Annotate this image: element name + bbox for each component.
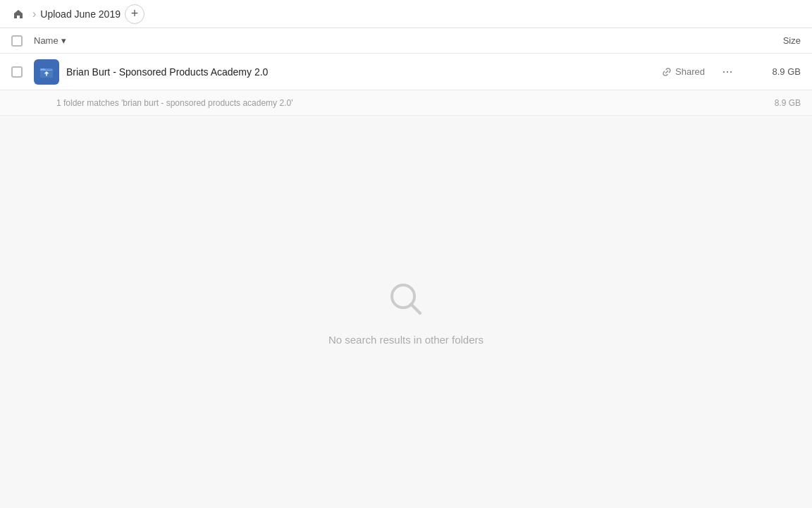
sort-icon: ▾ <box>61 35 66 46</box>
breadcrumb-label[interactable]: Upload June 2019 <box>40 8 121 20</box>
add-button[interactable]: + <box>125 4 144 24</box>
home-button[interactable] <box>8 4 28 24</box>
more-options-button[interactable]: ··· <box>716 61 739 83</box>
shared-text: Shared <box>675 66 705 77</box>
shared-label-container: Shared <box>662 66 705 77</box>
size-column-label: Size <box>783 35 801 46</box>
file-size: 8.9 GB <box>744 66 801 77</box>
select-all-checkbox-col <box>11 35 34 47</box>
file-icon <box>34 59 59 85</box>
folder-upload-icon <box>39 64 54 80</box>
row-checkbox-col <box>11 66 34 78</box>
name-column-header[interactable]: Name ▾ <box>34 35 744 46</box>
match-info-row: 1 folder matches 'brian burt - sponsored… <box>0 90 812 116</box>
size-column-header: Size <box>744 35 801 46</box>
match-text: 1 folder matches 'brian burt - sponsored… <box>56 98 744 108</box>
link-icon <box>662 67 672 77</box>
row-checkbox[interactable] <box>11 66 23 78</box>
breadcrumb-separator: › <box>32 8 36 20</box>
name-column-label: Name <box>34 35 59 46</box>
file-row[interactable]: Brian Burt - Sponsored Products Academy … <box>0 54 812 90</box>
empty-state: No search results in other folders <box>0 116 812 508</box>
svg-line-2 <box>411 304 420 313</box>
add-icon: + <box>131 6 139 21</box>
home-icon <box>13 8 24 20</box>
no-results-icon <box>385 278 427 322</box>
no-results-text: No search results in other folders <box>328 334 484 346</box>
column-headers: Name ▾ Size <box>0 28 812 54</box>
match-size: 8.9 GB <box>744 98 801 108</box>
select-all-checkbox[interactable] <box>11 35 23 47</box>
more-icon: ··· <box>722 64 732 79</box>
file-name: Brian Burt - Sponsored Products Academy … <box>66 66 662 78</box>
top-bar: › Upload June 2019 + <box>0 0 812 28</box>
